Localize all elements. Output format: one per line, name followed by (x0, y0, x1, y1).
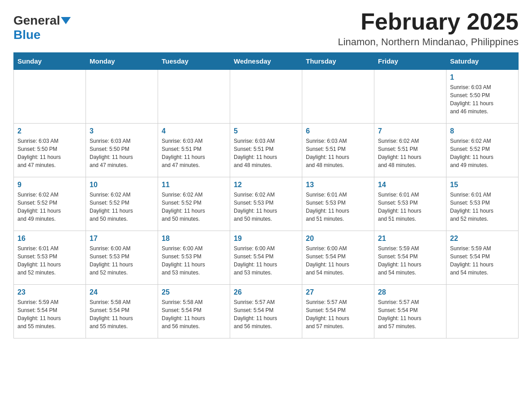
cell-day-number: 9 (17, 181, 82, 189)
cell-day-number: 24 (90, 288, 154, 296)
cell-day-number: 15 (450, 181, 515, 189)
month-title: February 2025 (338, 9, 519, 34)
calendar-week-row: 9Sunrise: 6:02 AM Sunset: 5:52 PM Daylig… (14, 177, 519, 231)
cell-day-info: Sunrise: 6:03 AM Sunset: 5:50 PM Dayligh… (450, 83, 515, 116)
cell-day-info: Sunrise: 6:02 AM Sunset: 5:52 PM Dayligh… (450, 137, 515, 169)
cell-day-info: Sunrise: 6:00 AM Sunset: 5:54 PM Dayligh… (234, 244, 298, 277)
cell-day-number: 3 (90, 127, 154, 135)
cell-day-info: Sunrise: 5:57 AM Sunset: 5:54 PM Dayligh… (306, 298, 370, 330)
calendar-week-row: 1Sunrise: 6:03 AM Sunset: 5:50 PM Daylig… (14, 70, 519, 124)
weekday-header-monday: Monday (86, 53, 158, 70)
calendar-header-row: SundayMondayTuesdayWednesdayThursdayFrid… (14, 53, 519, 70)
calendar-cell: 21Sunrise: 5:59 AM Sunset: 5:54 PM Dayli… (374, 231, 446, 285)
cell-day-info: Sunrise: 6:02 AM Sunset: 5:51 PM Dayligh… (378, 137, 442, 169)
calendar-cell: 22Sunrise: 5:59 AM Sunset: 5:54 PM Dayli… (446, 231, 519, 285)
calendar-cell: 28Sunrise: 5:57 AM Sunset: 5:54 PM Dayli… (374, 285, 446, 338)
calendar-cell (158, 70, 230, 124)
cell-day-number: 7 (378, 127, 442, 135)
calendar-cell: 10Sunrise: 6:02 AM Sunset: 5:52 PM Dayli… (86, 177, 158, 231)
logo-triangle-icon (61, 16, 71, 26)
calendar-cell: 19Sunrise: 6:00 AM Sunset: 5:54 PM Dayli… (230, 231, 302, 285)
cell-day-number: 11 (162, 181, 226, 189)
cell-day-info: Sunrise: 6:01 AM Sunset: 5:53 PM Dayligh… (378, 191, 442, 223)
cell-day-info: Sunrise: 6:03 AM Sunset: 5:50 PM Dayligh… (90, 137, 154, 169)
logo-general: General (13, 13, 60, 28)
calendar-cell: 15Sunrise: 6:01 AM Sunset: 5:53 PM Dayli… (446, 177, 519, 231)
calendar-cell: 1Sunrise: 6:03 AM Sunset: 5:50 PM Daylig… (446, 70, 519, 124)
cell-day-number: 23 (17, 288, 82, 296)
cell-day-number: 19 (234, 235, 298, 243)
weekday-header-thursday: Thursday (302, 53, 374, 70)
cell-day-info: Sunrise: 6:02 AM Sunset: 5:52 PM Dayligh… (162, 191, 226, 223)
calendar-cell: 24Sunrise: 5:58 AM Sunset: 5:54 PM Dayli… (86, 285, 158, 338)
calendar-cell: 3Sunrise: 6:03 AM Sunset: 5:50 PM Daylig… (86, 124, 158, 177)
calendar-cell: 5Sunrise: 6:03 AM Sunset: 5:51 PM Daylig… (230, 124, 302, 177)
weekday-header-saturday: Saturday (446, 53, 519, 70)
cell-day-number: 1 (450, 73, 515, 81)
weekday-header-wednesday: Wednesday (230, 53, 302, 70)
cell-day-number: 13 (306, 181, 370, 189)
cell-day-number: 6 (306, 127, 370, 135)
cell-day-info: Sunrise: 5:58 AM Sunset: 5:54 PM Dayligh… (90, 298, 154, 330)
title-section: February 2025 Linamon, Northern Mindanao… (338, 9, 519, 48)
cell-day-number: 20 (306, 235, 370, 243)
cell-day-number: 18 (162, 235, 226, 243)
cell-day-info: Sunrise: 6:00 AM Sunset: 5:54 PM Dayligh… (306, 244, 370, 277)
weekday-header-friday: Friday (374, 53, 446, 70)
weekday-header-sunday: Sunday (14, 53, 86, 70)
cell-day-info: Sunrise: 5:57 AM Sunset: 5:54 PM Dayligh… (234, 298, 298, 330)
cell-day-number: 27 (306, 288, 370, 296)
cell-day-number: 26 (234, 288, 298, 296)
cell-day-info: Sunrise: 6:02 AM Sunset: 5:52 PM Dayligh… (90, 191, 154, 223)
cell-day-number: 28 (378, 288, 442, 296)
cell-day-number: 14 (378, 181, 442, 189)
calendar-cell (14, 70, 86, 124)
cell-day-info: Sunrise: 6:02 AM Sunset: 5:53 PM Dayligh… (234, 191, 298, 223)
cell-day-info: Sunrise: 5:59 AM Sunset: 5:54 PM Dayligh… (450, 244, 515, 277)
calendar-cell: 16Sunrise: 6:01 AM Sunset: 5:53 PM Dayli… (14, 231, 86, 285)
calendar-cell: 27Sunrise: 5:57 AM Sunset: 5:54 PM Dayli… (302, 285, 374, 338)
calendar-cell: 2Sunrise: 6:03 AM Sunset: 5:50 PM Daylig… (14, 124, 86, 177)
calendar-cell (302, 70, 374, 124)
page-header: General Blue February 2025 Linamon, Nort… (13, 9, 519, 48)
cell-day-info: Sunrise: 6:00 AM Sunset: 5:53 PM Dayligh… (90, 244, 154, 277)
cell-day-info: Sunrise: 5:59 AM Sunset: 5:54 PM Dayligh… (378, 244, 442, 277)
logo-blue: Blue (13, 28, 41, 42)
calendar-cell (230, 70, 302, 124)
cell-day-info: Sunrise: 5:59 AM Sunset: 5:54 PM Dayligh… (17, 298, 82, 330)
calendar-cell: 18Sunrise: 6:00 AM Sunset: 5:53 PM Dayli… (158, 231, 230, 285)
cell-day-info: Sunrise: 6:00 AM Sunset: 5:53 PM Dayligh… (162, 244, 226, 277)
cell-day-number: 21 (378, 235, 442, 243)
location-title: Linamon, Northern Mindanao, Philippines (338, 36, 519, 48)
calendar-cell (446, 285, 519, 338)
cell-day-number: 4 (162, 127, 226, 135)
cell-day-info: Sunrise: 6:02 AM Sunset: 5:52 PM Dayligh… (17, 191, 82, 223)
cell-day-number: 22 (450, 235, 515, 243)
cell-day-info: Sunrise: 5:58 AM Sunset: 5:54 PM Dayligh… (162, 298, 226, 330)
cell-day-info: Sunrise: 6:01 AM Sunset: 5:53 PM Dayligh… (450, 191, 515, 223)
cell-day-number: 5 (234, 127, 298, 135)
calendar-week-row: 16Sunrise: 6:01 AM Sunset: 5:53 PM Dayli… (14, 231, 519, 285)
weekday-header-tuesday: Tuesday (158, 53, 230, 70)
calendar-cell (86, 70, 158, 124)
calendar-cell: 14Sunrise: 6:01 AM Sunset: 5:53 PM Dayli… (374, 177, 446, 231)
cell-day-info: Sunrise: 6:01 AM Sunset: 5:53 PM Dayligh… (17, 244, 82, 277)
logo: General Blue (13, 9, 71, 42)
calendar-week-row: 23Sunrise: 5:59 AM Sunset: 5:54 PM Dayli… (14, 285, 519, 338)
calendar-cell: 9Sunrise: 6:02 AM Sunset: 5:52 PM Daylig… (14, 177, 86, 231)
calendar-cell: 17Sunrise: 6:00 AM Sunset: 5:53 PM Dayli… (86, 231, 158, 285)
cell-day-info: Sunrise: 6:03 AM Sunset: 5:50 PM Dayligh… (17, 137, 82, 169)
cell-day-number: 16 (17, 235, 82, 243)
cell-day-number: 10 (90, 181, 154, 189)
calendar-cell: 7Sunrise: 6:02 AM Sunset: 5:51 PM Daylig… (374, 124, 446, 177)
cell-day-info: Sunrise: 6:03 AM Sunset: 5:51 PM Dayligh… (162, 137, 226, 169)
calendar-cell: 23Sunrise: 5:59 AM Sunset: 5:54 PM Dayli… (14, 285, 86, 338)
calendar-cell: 25Sunrise: 5:58 AM Sunset: 5:54 PM Dayli… (158, 285, 230, 338)
calendar-cell: 26Sunrise: 5:57 AM Sunset: 5:54 PM Dayli… (230, 285, 302, 338)
cell-day-number: 2 (17, 127, 82, 135)
cell-day-info: Sunrise: 6:03 AM Sunset: 5:51 PM Dayligh… (306, 137, 370, 169)
calendar-cell: 12Sunrise: 6:02 AM Sunset: 5:53 PM Dayli… (230, 177, 302, 231)
cell-day-info: Sunrise: 6:03 AM Sunset: 5:51 PM Dayligh… (234, 137, 298, 169)
cell-day-number: 12 (234, 181, 298, 189)
calendar-cell: 20Sunrise: 6:00 AM Sunset: 5:54 PM Dayli… (302, 231, 374, 285)
